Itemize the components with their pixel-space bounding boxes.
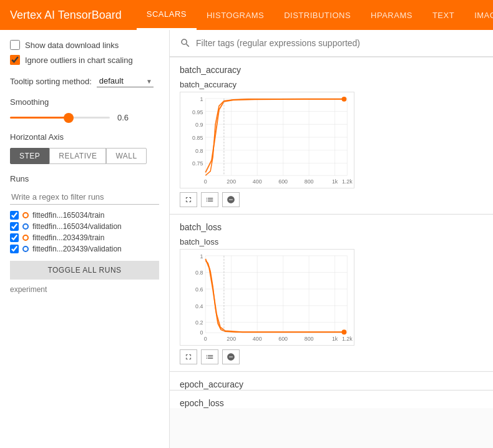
- svg-text:1.2k: 1.2k: [342, 178, 353, 185]
- sidebar-options: Show data download links Ignore outliers…: [10, 40, 159, 65]
- svg-text:800: 800: [305, 178, 314, 185]
- tooltip-sort-wrapper: default descending ascending nearest ▼: [97, 75, 154, 87]
- main-layout: Show data download links Ignore outliers…: [0, 30, 493, 448]
- batch-loss-svg: 1 0.8 0.6 0.4 0.2 0 0 200 400 600: [180, 250, 354, 345]
- haxis-relative-button[interactable]: RELATIVE: [49, 148, 106, 164]
- run-checkbox-2[interactable]: [10, 233, 19, 242]
- svg-text:400: 400: [253, 178, 262, 185]
- disable-zoom-button[interactable]: [222, 192, 240, 207]
- batch-accuracy-section: batch_accuracy batch_accuracy: [170, 57, 493, 213]
- smoothing-slider-row: 0.6: [10, 113, 159, 122]
- runs-section: Runs fittedfin...165034/train fittedfin.…: [10, 174, 159, 253]
- ignore-outliers-label: Ignore outliers in chart scaling: [25, 56, 133, 65]
- svg-text:1k: 1k: [332, 336, 338, 342]
- sidebar: Show data download links Ignore outliers…: [0, 30, 170, 448]
- run-item: fittedfin...203439/validation: [10, 245, 159, 253]
- runs-filter-input[interactable]: [10, 190, 159, 205]
- run-label-1: fittedfin...165034/validation: [32, 222, 122, 231]
- nav-scalars[interactable]: SCALARS: [137, 0, 197, 30]
- toggle-all-runs-button[interactable]: TOGGLE ALL RUNS: [10, 261, 159, 280]
- nav-hparams[interactable]: HPARAMS: [361, 0, 422, 30]
- svg-text:0: 0: [200, 329, 203, 336]
- svg-text:1k: 1k: [332, 178, 338, 185]
- run-dot-3: [22, 246, 29, 252]
- batch-accuracy-svg: 1 0.95 0.9 0.85 0.8 0.75 0 200 400: [180, 92, 354, 188]
- nav-links: SCALARS HISTOGRAMS DISTRIBUTIONS HPARAMS…: [137, 0, 493, 30]
- svg-text:800: 800: [305, 336, 314, 342]
- run-checkbox-0[interactable]: [10, 211, 19, 220]
- haxis-step-button[interactable]: STEP: [10, 148, 49, 164]
- batch-loss-title: batch_loss: [170, 215, 493, 232]
- smoothing-value: 0.6: [117, 113, 129, 122]
- nav-histograms[interactable]: HISTOGRAMS: [197, 0, 274, 30]
- batch-accuracy-chart-title: batch_accuracy: [180, 80, 483, 89]
- svg-text:0.4: 0.4: [195, 303, 203, 309]
- batch-accuracy-controls: [180, 188, 483, 211]
- show-data-links-label: Show data download links: [25, 41, 119, 50]
- epoch-loss-title: epoch_loss: [170, 391, 493, 408]
- run-label-0: fittedfin...165034/train: [32, 211, 104, 220]
- svg-point-56: [341, 329, 346, 334]
- epoch-accuracy-title: epoch_accuracy: [170, 372, 493, 389]
- disable-zoom-loss-button[interactable]: [222, 349, 240, 364]
- experiment-label: experiment: [10, 285, 47, 294]
- batch-loss-section: batch_loss batch_loss: [170, 214, 493, 371]
- run-item: fittedfin...165034/validation: [10, 222, 159, 231]
- run-item: fittedfin...165034/train: [10, 211, 159, 220]
- svg-text:0: 0: [204, 178, 207, 185]
- batch-accuracy-container: batch_accuracy: [170, 75, 493, 213]
- batch-loss-chart: 1 0.8 0.6 0.4 0.2 0 0 200 400 600: [180, 249, 354, 346]
- svg-text:0.9: 0.9: [195, 122, 203, 128]
- app-brand: Vertex AI TensorBoard: [10, 9, 122, 22]
- haxis-section: Horizontal Axis STEP RELATIVE WALL: [10, 132, 159, 164]
- run-checkbox-1[interactable]: [10, 222, 19, 231]
- data-table-button[interactable]: [201, 192, 218, 207]
- svg-text:1: 1: [200, 96, 203, 102]
- run-dot-0: [22, 212, 29, 218]
- svg-text:0.8: 0.8: [195, 270, 203, 276]
- batch-loss-controls: [180, 346, 483, 368]
- svg-text:400: 400: [253, 336, 262, 342]
- data-table-loss-button[interactable]: [201, 349, 218, 364]
- smoothing-label: Smoothing: [10, 97, 159, 107]
- svg-text:0.75: 0.75: [192, 160, 203, 167]
- svg-text:0.95: 0.95: [192, 109, 203, 115]
- epoch-accuracy-section: epoch_accuracy: [170, 371, 493, 389]
- tooltip-sort-select[interactable]: default descending ascending nearest: [97, 75, 154, 87]
- batch-loss-chart-title: batch_loss: [180, 237, 483, 246]
- nav-images[interactable]: IMAGES: [464, 0, 493, 30]
- svg-point-27: [341, 97, 346, 102]
- nav-text[interactable]: TEXT: [422, 0, 464, 30]
- svg-text:600: 600: [278, 336, 288, 342]
- haxis-wall-button[interactable]: WALL: [106, 148, 146, 164]
- batch-accuracy-title: batch_accuracy: [170, 57, 493, 75]
- expand-chart-button[interactable]: [180, 192, 197, 207]
- svg-text:0.85: 0.85: [192, 135, 203, 141]
- svg-text:600: 600: [278, 178, 288, 185]
- batch-loss-container: batch_loss: [170, 232, 493, 371]
- epoch-loss-section: epoch_loss: [170, 390, 493, 408]
- ignore-outliers-checkbox[interactable]: [10, 55, 20, 65]
- svg-text:0: 0: [204, 336, 207, 342]
- svg-text:200: 200: [227, 178, 236, 185]
- run-label-3: fittedfin...203439/validation: [32, 245, 122, 253]
- show-data-links-checkbox[interactable]: [10, 40, 20, 50]
- run-dot-1: [22, 223, 29, 230]
- haxis-label: Horizontal Axis: [10, 132, 159, 142]
- batch-accuracy-chart: 1 0.95 0.9 0.85 0.8 0.75 0 200 400: [180, 92, 354, 188]
- smoothing-slider[interactable]: [10, 117, 110, 119]
- expand-loss-chart-button[interactable]: [180, 349, 197, 364]
- svg-text:0.8: 0.8: [195, 148, 203, 154]
- tooltip-sort-label: Tooltip sorting method:: [10, 77, 92, 86]
- svg-text:0.6: 0.6: [195, 286, 203, 293]
- nav-distributions[interactable]: DISTRIBUTIONS: [274, 0, 361, 30]
- tag-filter-input[interactable]: [196, 38, 483, 48]
- top-navigation: Vertex AI TensorBoard SCALARS HISTOGRAMS…: [0, 0, 493, 30]
- run-dot-2: [22, 235, 29, 241]
- smoothing-section: Smoothing 0.6: [10, 97, 159, 122]
- show-data-links-row: Show data download links: [10, 40, 159, 50]
- haxis-buttons: STEP RELATIVE WALL: [10, 148, 159, 164]
- search-bar: [170, 30, 493, 57]
- svg-text:1.2k: 1.2k: [342, 336, 353, 342]
- run-checkbox-3[interactable]: [10, 245, 19, 253]
